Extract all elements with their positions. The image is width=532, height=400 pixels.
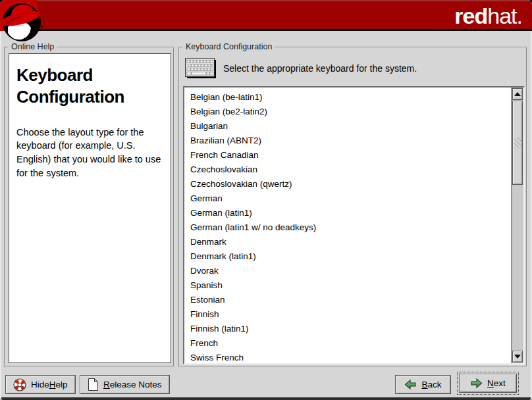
online-help-frame-label: Online Help — [9, 42, 57, 51]
keyboard-list-item[interactable]: Brazilian (ABNT2) — [184, 134, 511, 148]
scroll-up-button[interactable] — [512, 88, 523, 100]
life-buoy-icon — [13, 378, 26, 391]
wordmark-dot: . — [517, 3, 522, 28]
next-label: Next — [487, 378, 506, 388]
keyboard-list-item[interactable]: German (latin1) — [184, 206, 511, 220]
keyboard-list-item[interactable]: Belgian (be-latin1) — [184, 90, 511, 105]
arrow-right-icon — [470, 378, 483, 389]
keyboard-icon — [185, 58, 217, 79]
back-label: Back — [421, 380, 441, 389]
keyboard-list-item[interactable]: Belgian (be2-latin2) — [184, 105, 511, 119]
scroll-down-button[interactable] — [512, 351, 523, 362]
keyboard-configuration-frame: Keyboard Configuration Select the approp… — [178, 47, 527, 367]
redhat-shadowman-logo-icon — [1, 1, 43, 43]
keyboard-list-item[interactable]: Spanish — [184, 278, 511, 293]
keyboard-list-item[interactable]: Bulgarian — [184, 119, 511, 134]
keyboard-list-item[interactable]: Dvorak — [184, 264, 511, 278]
keyboard-list-item[interactable]: Estonian — [184, 293, 511, 307]
back-button[interactable]: Back — [395, 375, 451, 394]
next-button-focus-ring: Next — [457, 372, 519, 395]
keyboard-list-item[interactable]: Finnish (latin1) — [184, 322, 511, 336]
document-icon — [88, 378, 99, 391]
keyboard-list-item[interactable]: French Canadian — [184, 148, 511, 162]
keyboard-list-item[interactable]: French — [184, 336, 511, 351]
next-button[interactable]: Next — [459, 374, 517, 393]
hide-help-button[interactable]: Hide Help — [5, 375, 76, 394]
scroll-down-arrow-icon — [514, 355, 521, 359]
hide-help-label: Hide Help — [31, 380, 68, 389]
keyboard-list-item[interactable]: Czechoslovakian (qwertz) — [184, 177, 511, 191]
keyboard-list-item[interactable]: German (latin1 w/ no deadkeys) — [184, 220, 511, 235]
redhat-wordmark: redhat. — [454, 2, 522, 30]
keyboard-listbox: Belgian (be-latin1)Belgian (be2-latin2)B… — [183, 86, 525, 364]
help-heading: Keyboard Configuration — [16, 64, 164, 109]
wordmark-red: red — [454, 3, 487, 28]
release-notes-button[interactable]: Release Notes — [80, 375, 170, 394]
keyboard-list-item[interactable]: Denmark — [184, 235, 511, 249]
keyboard-configuration-frame-label: Keyboard Configuration — [183, 42, 275, 51]
instruction-row: Select the appropriate keyboard for the … — [185, 58, 417, 79]
title-bar: redhat. — [0, 0, 532, 31]
keyboard-list-item[interactable]: Finnish — [184, 307, 511, 322]
scroll-up-arrow-icon — [514, 92, 521, 96]
keyboard-list-item[interactable]: Swiss French — [184, 351, 511, 363]
keyboard-list-item[interactable]: Czechoslovakian — [184, 162, 511, 177]
help-body-text: Choose the layout type for the keyboard … — [16, 126, 171, 180]
help-content-area: Keyboard Configuration Choose the layout… — [9, 53, 171, 363]
vertical-scrollbar[interactable] — [511, 88, 523, 363]
release-notes-label: Release Notes — [103, 380, 162, 389]
arrow-left-icon — [404, 379, 417, 390]
online-help-frame: Online Help Keyboard Configuration Choos… — [4, 47, 174, 367]
scrollbar-thumb[interactable] — [512, 101, 523, 185]
keyboard-list: Belgian (be-latin1)Belgian (be2-latin2)B… — [184, 88, 511, 363]
wordmark-hat: hat — [487, 3, 516, 28]
keyboard-list-item[interactable]: Denmark (latin1) — [184, 249, 511, 264]
instruction-text: Select the appropriate keyboard for the … — [223, 63, 417, 74]
keyboard-list-item[interactable]: German — [184, 191, 511, 206]
installer-window: redhat. Online Help Keyboard Configurati… — [0, 0, 532, 400]
